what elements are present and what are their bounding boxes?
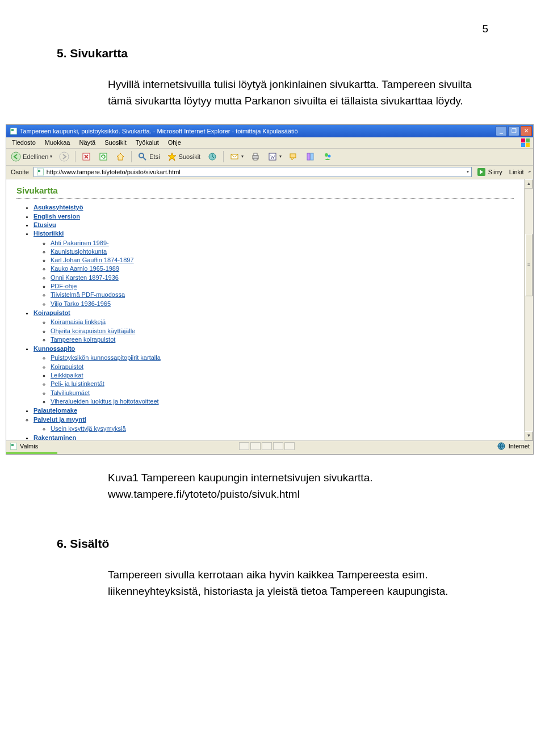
sitemap-link[interactable]: Tampereen koirapuistot — [51, 336, 115, 343]
sitemap-link[interactable]: Asukasyhteistyö — [33, 204, 83, 211]
menu-favorites[interactable]: Suosikit — [101, 137, 130, 148]
svg-rect-15 — [254, 153, 257, 156]
toolbar-separator — [75, 151, 76, 162]
sitemap-link[interactable]: Koirapuistot — [33, 309, 70, 316]
svg-rect-9 — [100, 153, 107, 160]
go-button[interactable]: Siirry — [474, 167, 505, 177]
edit-button[interactable]: W▾ — [265, 150, 284, 163]
scroll-thumb[interactable] — [525, 234, 533, 296]
scroll-track[interactable] — [525, 188, 533, 431]
maximize-button[interactable]: ❐ — [508, 126, 519, 136]
sitemap-link[interactable]: Etusivu — [33, 221, 56, 228]
svg-point-7 — [60, 152, 69, 161]
home-button[interactable] — [113, 150, 128, 163]
svg-rect-1 — [11, 129, 14, 131]
address-bar: Osoite http://www.tampere.fi/ytoteto/pui… — [6, 166, 533, 179]
sitemap-subitem: Koirapuistot — [51, 363, 514, 371]
svg-point-10 — [139, 153, 144, 158]
sitemap-link[interactable]: Viheralueiden luokitus ja hoitotavoittee… — [51, 398, 159, 405]
address-input[interactable]: http://www.tampere.fi/ytoteto/puisto/siv… — [33, 167, 472, 177]
svg-point-6 — [11, 152, 20, 161]
sitemap-subitem: Puistoyksikön kunnossapitopiirit kartall… — [51, 354, 514, 362]
word-icon: W — [267, 152, 278, 162]
sitemap-item: Etusivu — [33, 221, 514, 229]
sitemap-link[interactable]: Usein kysyttyjä kysymyksiä — [51, 425, 126, 432]
dropdown-icon[interactable]: ▾ — [467, 169, 469, 175]
links-label[interactable]: Linkit — [507, 168, 526, 176]
sitemap-subitem: Karl Johan Gauffin 1874-1897 — [51, 256, 514, 264]
zone-label: Internet — [509, 442, 530, 450]
sitemap-link[interactable]: Kauko Aarnio 1965-1989 — [51, 265, 119, 272]
sitemap-link[interactable]: Kaunistusjohtokunta — [51, 248, 107, 255]
figure-caption: Kuva1 Tampereen kaupungin internetsivuje… — [108, 469, 488, 503]
sitemap-subitem: Ahti Pakarinen 1989- — [51, 239, 514, 247]
svg-rect-20 — [307, 153, 310, 160]
messenger-button[interactable] — [320, 150, 335, 163]
refresh-icon — [98, 152, 108, 162]
sitemap-link[interactable]: Tiivistelmä PDF-muodossa — [51, 291, 125, 298]
close-button[interactable]: ✕ — [521, 126, 532, 136]
chevron-icon[interactable]: » — [529, 169, 531, 175]
vertical-scrollbar[interactable]: ▲ ▼ — [524, 179, 533, 440]
menu-view[interactable]: Näytä — [76, 137, 99, 148]
sitemap-link[interactable]: Puistoyksikön kunnossapitopiirit kartall… — [51, 354, 161, 361]
sitemap-link[interactable]: Rakentaminen — [33, 434, 76, 440]
sitemap-subitem: Tiivistelmä PDF-muodossa — [51, 291, 514, 299]
sitemap-link[interactable]: Ohjeita koirapuiston käyttäjälle — [51, 327, 135, 334]
refresh-button[interactable] — [96, 150, 111, 163]
mail-icon — [229, 152, 240, 162]
svg-rect-2 — [521, 138, 525, 142]
minimize-button[interactable]: _ — [496, 126, 507, 136]
page-number: 5 — [57, 23, 488, 35]
sitemap-link[interactable]: Karl Johan Gauffin 1874-1897 — [51, 257, 134, 263]
scroll-down-button[interactable]: ▼ — [525, 431, 533, 440]
discuss-button[interactable] — [286, 150, 301, 163]
sitemap-link[interactable]: Palautelomake — [33, 407, 77, 414]
sitemap-subitem: Tampereen koirapuistot — [51, 335, 514, 343]
sitemap-link[interactable]: Historiikki — [33, 230, 64, 237]
menu-edit[interactable]: Muokkaa — [41, 137, 74, 148]
research-button[interactable] — [303, 150, 318, 163]
scroll-up-button[interactable]: ▲ — [525, 179, 533, 188]
sitemap-link[interactable]: PDF-ohje — [51, 283, 77, 289]
menu-help[interactable]: Ohje — [165, 137, 185, 148]
research-icon — [305, 152, 316, 162]
menu-file[interactable]: Tiedosto — [9, 137, 39, 148]
sitemap-item: English version — [33, 212, 514, 220]
print-button[interactable] — [248, 150, 263, 163]
sitemap-link[interactable]: Peli- ja luistinkentät — [51, 380, 104, 387]
history-icon — [207, 152, 217, 162]
svg-rect-25 — [38, 170, 40, 172]
forward-button[interactable] — [57, 149, 72, 164]
mail-button[interactable]: ▾ — [227, 150, 246, 163]
sitemap-link[interactable]: Kunnossapito — [33, 345, 75, 352]
sitemap-link[interactable]: Onni Karsten 1897-1936 — [51, 274, 119, 281]
go-icon — [476, 167, 487, 177]
section5-paragraph: Hyvillä internetsivuilla tulisi löytyä j… — [108, 76, 488, 110]
sitemap-link[interactable]: Koirapuistot — [51, 363, 83, 370]
screenshot-browser-window: Tampereen kaupunki, puistoyksikkö. Sivuk… — [6, 124, 534, 455]
sitemap-link[interactable]: Ahti Pakarinen 1989- — [51, 240, 109, 246]
sitemap-link[interactable]: English version — [33, 213, 80, 220]
favorites-button[interactable]: Suosikit — [165, 150, 203, 163]
sitemap-link[interactable]: Leikkipaikat — [51, 372, 83, 379]
sitemap-subitem: Viljo Tarko 1936-1965 — [51, 300, 514, 308]
back-button[interactable]: Edellinen ▾ — [9, 150, 54, 163]
back-icon — [11, 152, 21, 162]
star-icon — [167, 152, 177, 162]
menu-tools[interactable]: Työkalut — [132, 137, 162, 148]
stop-button[interactable] — [79, 150, 94, 163]
sitemap-link[interactable]: Koiramaisia linkkejä — [51, 318, 106, 325]
toolbar-separator — [131, 151, 132, 162]
section5-title: 5. Sivukartta — [57, 47, 488, 60]
sitemap-link[interactable]: Viljo Tarko 1936-1965 — [51, 300, 111, 307]
sitemap-subitem: Onni Karsten 1897-1936 — [51, 274, 514, 282]
history-button[interactable] — [205, 150, 220, 163]
toolbar: Edellinen ▾ Etsi Suosikit ▾ W▾ — [6, 149, 533, 166]
sitemap-link[interactable]: Talviliukumäet — [51, 389, 90, 396]
sitemap-link[interactable]: Palvelut ja myynti — [33, 416, 86, 423]
ie-page-icon — [10, 127, 18, 135]
svg-point-22 — [325, 153, 328, 157]
svg-rect-19 — [290, 154, 296, 158]
search-button[interactable]: Etsi — [135, 150, 162, 163]
